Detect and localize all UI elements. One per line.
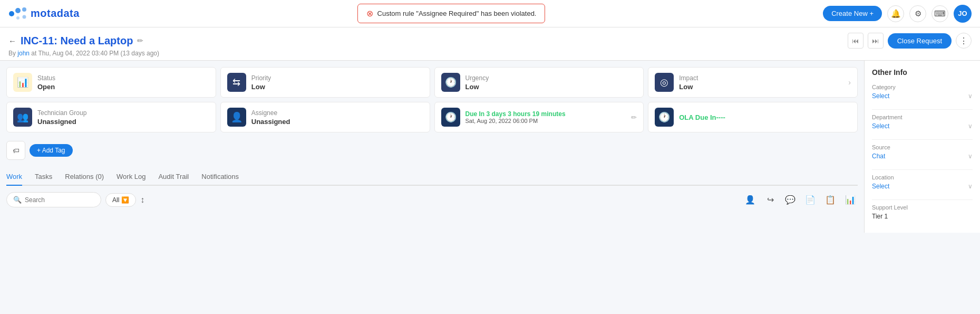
search-input[interactable] bbox=[25, 196, 94, 204]
category-label: Category bbox=[872, 84, 973, 90]
prev-nav-button[interactable]: ⏮ bbox=[848, 33, 863, 49]
sidebar-location-field: Location Select ∨ bbox=[872, 174, 973, 190]
tabs: Work Tasks Relations (0) Work Log Audit … bbox=[6, 168, 858, 186]
assignee-icon: 👤 bbox=[227, 108, 246, 127]
technician-group-card[interactable]: 👥 Technician Group Unassigned bbox=[6, 102, 216, 132]
right-sidebar: Other Info Category Select ∨ Department … bbox=[864, 61, 980, 233]
tab-relations[interactable]: Relations (0) bbox=[65, 168, 104, 186]
priority-label: Priority bbox=[251, 74, 271, 82]
department-value: Select bbox=[872, 122, 889, 130]
urgency-card[interactable]: 🕐 Urgency Low bbox=[434, 67, 644, 98]
status-icon: 📊 bbox=[13, 73, 32, 92]
toolbar-right: 👤 ↪ 💬 📄 📋 📊 bbox=[743, 193, 858, 207]
create-new-button[interactable]: Create New + bbox=[823, 6, 882, 21]
keyboard-button[interactable]: ⌨ bbox=[932, 5, 948, 22]
logo-text: motadata bbox=[31, 7, 80, 20]
sidebar-support-level-field: Support Level Tier 1 bbox=[872, 204, 973, 220]
error-banner: ⊗ Custom rule "Assignee Required" has be… bbox=[357, 4, 546, 23]
tab-work-log[interactable]: Work Log bbox=[117, 168, 145, 186]
location-value: Select bbox=[872, 183, 889, 190]
assign-icon[interactable]: 👤 bbox=[743, 193, 758, 207]
location-label: Location bbox=[872, 174, 973, 180]
header: motadata ⊗ Custom rule "Assignee Require… bbox=[0, 0, 980, 27]
edit-title-icon[interactable]: ✏ bbox=[137, 36, 143, 45]
svg-point-3 bbox=[23, 15, 26, 18]
sort-button[interactable]: ↕ bbox=[140, 195, 144, 205]
technician-group-value: Unassigned bbox=[37, 118, 86, 126]
divider3 bbox=[872, 169, 973, 170]
svg-point-2 bbox=[22, 7, 26, 12]
doc-icon[interactable]: 📋 bbox=[823, 193, 838, 207]
close-request-button[interactable]: Close Request bbox=[888, 33, 952, 49]
tab-notifications[interactable]: Notifications bbox=[201, 168, 239, 186]
incident-id-text: INC-11: bbox=[21, 35, 57, 46]
grid-icon[interactable]: 📊 bbox=[843, 193, 858, 207]
impact-label: Impact bbox=[679, 74, 698, 82]
impact-card[interactable]: ◎ Impact Low › bbox=[648, 67, 858, 98]
tab-audit-trail[interactable]: Audit Trail bbox=[158, 168, 189, 186]
title-left: ← INC-11: Need a Laptop ✏ bbox=[8, 35, 143, 47]
svg-point-4 bbox=[16, 16, 20, 20]
category-chevron-icon: ∨ bbox=[968, 92, 973, 100]
filter-button[interactable]: All 🔽 bbox=[105, 193, 136, 207]
urgency-value: Low bbox=[465, 83, 489, 91]
urgency-label: Urgency bbox=[465, 74, 489, 82]
category-value: Select bbox=[872, 92, 889, 100]
logo-icon bbox=[8, 6, 27, 21]
tag-row: 🏷 + Add Tag bbox=[6, 137, 858, 164]
ola-card[interactable]: 🕐 OLA Due In---- bbox=[648, 102, 858, 132]
department-select[interactable]: Select ∨ bbox=[872, 122, 973, 130]
priority-card[interactable]: ⇆ Priority Low bbox=[220, 67, 430, 98]
info-grid-row2: 👥 Technician Group Unassigned 👤 Assignee… bbox=[6, 102, 858, 132]
error-message: Custom rule "Assignee Required" has been… bbox=[377, 9, 537, 17]
error-icon: ⊗ bbox=[366, 8, 373, 18]
add-tag-button[interactable]: + Add Tag bbox=[30, 144, 73, 157]
logo-area: motadata bbox=[8, 6, 80, 21]
status-card[interactable]: 📊 Status Open bbox=[6, 67, 216, 98]
back-button[interactable]: ← bbox=[8, 36, 16, 45]
next-nav-button[interactable]: ⏭ bbox=[868, 33, 884, 49]
info-grid-row1: 📊 Status Open ⇆ Priority Low 🕐 Urgency L… bbox=[6, 67, 858, 98]
search-box[interactable]: 🔍 bbox=[6, 192, 101, 207]
due-date: Sat, Aug 20, 2022 06:00 PM bbox=[465, 118, 566, 124]
tab-work[interactable]: Work bbox=[6, 168, 22, 186]
sidebar-source-field: Source Chat ∨ bbox=[872, 144, 973, 160]
divider1 bbox=[872, 109, 973, 110]
sidebar-department-field: Department Select ∨ bbox=[872, 114, 973, 130]
notification-button[interactable]: 🔔 bbox=[887, 5, 904, 22]
settings-button[interactable]: ⚙ bbox=[909, 5, 926, 22]
divider4 bbox=[872, 199, 973, 200]
title-bar: ← INC-11: Need a Laptop ✏ ⏮ ⏭ Close Requ… bbox=[0, 27, 980, 61]
forward-icon[interactable]: ↪ bbox=[763, 193, 778, 207]
priority-value: Low bbox=[251, 83, 271, 91]
due-countdown: Due In 3 days 3 hours 19 minutes bbox=[465, 110, 566, 118]
due-icon: 🕐 bbox=[441, 108, 460, 127]
assignee-card[interactable]: 👤 Assignee Unassigned bbox=[220, 102, 430, 132]
chat-icon[interactable]: 💬 bbox=[783, 193, 798, 207]
user-avatar[interactable]: JO bbox=[954, 5, 972, 23]
source-select[interactable]: Chat ∨ bbox=[872, 153, 973, 160]
header-right: Create New + 🔔 ⚙ ⌨ JO bbox=[823, 5, 972, 23]
more-options-button[interactable]: ⋮ bbox=[956, 33, 972, 49]
impact-value: Low bbox=[679, 83, 698, 91]
tab-tasks[interactable]: Tasks bbox=[35, 168, 52, 186]
source-value: Chat bbox=[872, 153, 885, 160]
source-chevron-icon: ∨ bbox=[968, 153, 973, 160]
technician-group-label: Technician Group bbox=[37, 109, 86, 117]
assignee-label: Assignee bbox=[251, 109, 290, 117]
due-edit-icon[interactable]: ✏ bbox=[631, 113, 637, 121]
department-label: Department bbox=[872, 114, 973, 120]
location-chevron-icon: ∨ bbox=[968, 183, 973, 190]
author-link[interactable]: john bbox=[17, 50, 30, 57]
location-select[interactable]: Select ∨ bbox=[872, 183, 973, 190]
svg-point-0 bbox=[9, 11, 14, 16]
impact-chevron-icon: › bbox=[848, 78, 851, 87]
source-label: Source bbox=[872, 144, 973, 150]
svg-point-1 bbox=[15, 8, 21, 13]
due-card[interactable]: 🕐 Due In 3 days 3 hours 19 minutes Sat, … bbox=[434, 102, 644, 132]
filter-icon: 🔽 bbox=[121, 196, 129, 204]
status-label: Status bbox=[37, 74, 55, 82]
pdf-icon[interactable]: 📄 bbox=[803, 193, 818, 207]
priority-icon: ⇆ bbox=[227, 73, 246, 92]
category-select[interactable]: Select ∨ bbox=[872, 92, 973, 100]
